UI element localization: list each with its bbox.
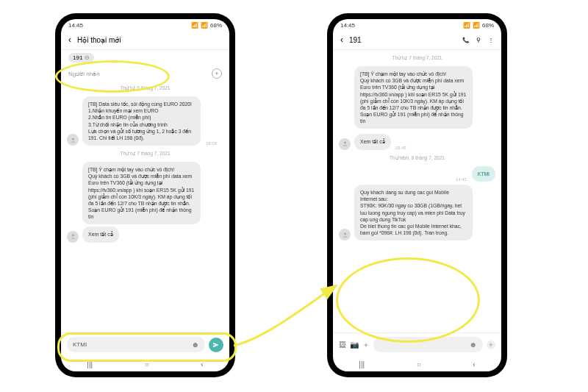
conversation-header: ‹ Hội thoại mới [61, 30, 229, 50]
message-row: [TB] Ý chạm một tay vào chức vô địch! Qu… [339, 66, 495, 150]
message-row: Quy khach dang su dung cac goi Mobile In… [339, 185, 495, 240]
screen-right: 14:45 📶 📶 68% ‹ 191 📞 ⚲ ⋮ Thứ tư, 7 thán… [333, 19, 501, 371]
wifi-icon: 📶 [463, 22, 470, 29]
home-button[interactable]: ○ [145, 360, 149, 368]
phone-left: 14:45 📶 📶 68% ‹ Hội thoại mới 191 ⊖ Ngườ… [55, 13, 235, 377]
messages-list[interactable]: Thứ tư, 7 tháng 7, 2021 [TB] Ý chạm một … [333, 50, 501, 332]
messages-list[interactable]: Thứ tư, 6 tháng 7, 2021 [TB] Data siêu t… [61, 80, 229, 332]
header-title: Hội thoại mới [77, 36, 222, 44]
header-title: 191 [349, 36, 456, 44]
battery-label: 68% [210, 22, 222, 29]
message-input[interactable]: KTMI ☻ [67, 337, 205, 352]
header-actions: 📞 ⚲ ⋮ [462, 37, 494, 43]
status-bar: 14:45 📶 📶 68% [333, 19, 501, 30]
recents-button[interactable]: ||| [359, 360, 365, 368]
date-separator: Thứ tư, 7 tháng 7, 2021 [67, 151, 223, 157]
composer: KTMI ☻ [61, 332, 229, 356]
chip-text: 191 [73, 54, 82, 61]
phone-right: 14:45 📶 📶 68% ‹ 191 📞 ⚲ ⋮ Thứ tư, 7 thán… [327, 13, 507, 377]
status-icons: 📶 📶 68% [463, 22, 494, 29]
call-icon[interactable]: 📞 [462, 37, 469, 43]
menu-icon[interactable]: ⋮ [488, 37, 494, 43]
signal-icon: 📶 [473, 22, 480, 29]
recipient-chip[interactable]: 191 ⊖ [68, 53, 94, 63]
expand-button[interactable]: + [487, 341, 495, 349]
back-button[interactable]: ‹ [473, 360, 475, 368]
status-icons: 📶 📶 68% [191, 22, 222, 29]
message-bubble[interactable]: Quy khach dang su dung cac goi Mobile In… [354, 185, 473, 240]
screen-left: 14:45 📶 📶 68% ‹ Hội thoại mới 191 ⊖ Ngườ… [61, 19, 229, 371]
sender-avatar [339, 229, 351, 240]
android-navbar: ||| ○ ‹ [61, 356, 229, 371]
recipient-label-row: Người nhận + [61, 65, 229, 80]
plus-icon[interactable]: ＋ [362, 340, 370, 350]
outgoing-bubble[interactable]: KTMI [472, 166, 495, 182]
android-navbar: ||| ○ ‹ [333, 356, 501, 371]
date-separator: Thứ tư, 7 tháng 7, 2021 [339, 55, 495, 61]
message-time: 15:45 [395, 146, 406, 150]
date-separator: Thứ tư, 6 tháng 7, 2021 [67, 85, 223, 91]
svg-point-1 [72, 235, 74, 237]
message-bubble-group: [TB] Ý chạm một tay vào chức vô địch! Qu… [354, 66, 473, 150]
sender-avatar [67, 231, 79, 243]
message-row: [TB] Ý chạm một tay vào chức vô địch! Qu… [67, 162, 223, 243]
message-bubble[interactable]: [TB] Ý chạm một tay vào chức vô địch! Qu… [354, 66, 473, 129]
sender-avatar [339, 138, 351, 150]
battery-label: 68% [482, 22, 494, 29]
status-time: 14:45 [340, 22, 355, 29]
status-bar: 14:45 📶 📶 68% [61, 19, 229, 30]
message-bubble[interactable]: [TB] Data siêu tốc, sôi động cùng EURO 2… [82, 96, 201, 146]
recipient-row: 191 ⊖ [61, 50, 229, 65]
home-button[interactable]: ○ [417, 360, 421, 368]
message-time: 14:45 [456, 177, 467, 182]
recipient-label: Người nhận [68, 71, 100, 77]
see-all-button[interactable]: Xem tất cả [82, 227, 119, 242]
back-icon[interactable]: ‹ [340, 35, 343, 45]
message-row: [TB] Data siêu tốc, sôi động cùng EURO 2… [67, 96, 223, 146]
back-icon[interactable]: ‹ [68, 35, 71, 45]
input-value: KTMI [73, 341, 87, 348]
svg-point-0 [72, 138, 74, 140]
svg-point-3 [344, 232, 346, 235]
message-input[interactable]: ☻ [373, 337, 483, 352]
composer: 🖼 📷 ＋ ☻ + [333, 332, 501, 356]
see-all-button[interactable]: Xem tất cả [354, 134, 391, 149]
recents-button[interactable]: ||| [87, 360, 93, 368]
back-button[interactable]: ‹ [201, 360, 203, 368]
status-time: 14:45 [68, 22, 83, 29]
add-recipient-button[interactable]: + [212, 68, 222, 79]
date-separator: Thứ năm, 8 tháng 7, 2021 [339, 155, 495, 161]
wifi-icon: 📶 [191, 22, 198, 29]
message-bubble-group: [TB] Ý chạm một tay vào chức vô địch! Qu… [82, 162, 201, 243]
signal-icon: 📶 [201, 22, 208, 29]
send-button[interactable] [209, 338, 223, 352]
search-icon[interactable]: ⚲ [476, 37, 481, 43]
svg-point-2 [344, 142, 346, 144]
message-row-outgoing: 14:45 KTMI [339, 166, 495, 182]
gallery-icon[interactable]: 🖼 [339, 341, 346, 349]
emoji-icon[interactable]: ☻ [191, 341, 199, 349]
sender-avatar [67, 134, 79, 146]
camera-icon[interactable]: 📷 [350, 341, 359, 349]
emoji-icon[interactable]: ☻ [469, 341, 477, 349]
chip-remove-icon[interactable]: ⊖ [85, 54, 90, 61]
message-time: 18:08 [206, 141, 217, 146]
message-bubble[interactable]: [TB] Ý chạm một tay vào chức vô địch! Qu… [82, 162, 201, 224]
conversation-header: ‹ 191 📞 ⚲ ⋮ [333, 30, 501, 50]
